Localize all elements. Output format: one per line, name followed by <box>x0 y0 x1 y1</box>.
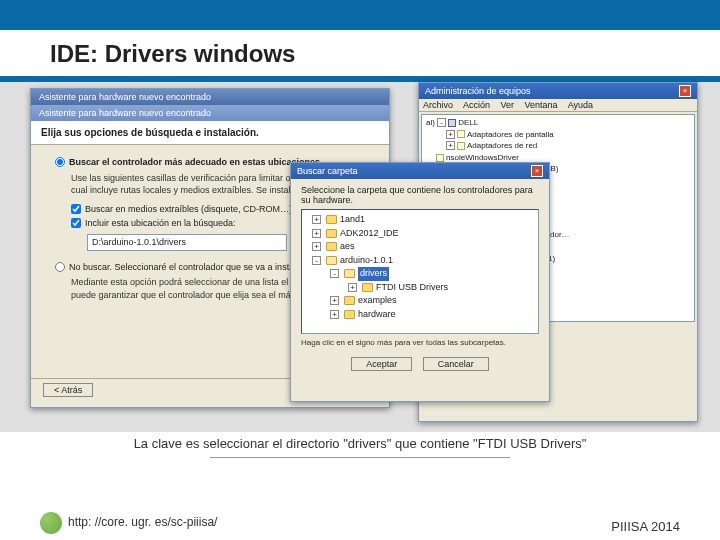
folder-drivers: -drivers <box>306 267 534 281</box>
menu-ayuda[interactable]: Ayuda <box>568 100 593 110</box>
browse-hint: Haga clic en el signo más para ver todas… <box>301 338 539 347</box>
wizard-title-a: Asistente para hardware nuevo encontrado <box>31 89 389 105</box>
cancel-button[interactable]: Cancelar <box>423 357 489 371</box>
menu-accion[interactable]: Acción <box>463 100 490 110</box>
menu-ver[interactable]: Ver <box>501 100 515 110</box>
mmc-menu[interactable]: Archivo Acción Ver Ventana Ayuda <box>419 99 697 112</box>
menu-ventana[interactable]: Ventana <box>525 100 558 110</box>
mmc-titlebar[interactable]: Administración de equipos × <box>419 83 697 99</box>
wizard-title-b[interactable]: Asistente para hardware nuevo encontrado <box>31 105 389 121</box>
folder-ftdi: +FTDI USB Drivers <box>306 281 534 295</box>
footer-right: PIIISA 2014 <box>611 519 680 534</box>
menu-archivo[interactable]: Archivo <box>423 100 453 110</box>
browse-folder-dialog: Buscar carpeta × Seleccione la carpeta q… <box>290 162 550 402</box>
slide-caption: La clave es seleccionar el directorio "d… <box>0 436 720 451</box>
folder-tree[interactable]: +1and1 +ADK2012_IDE +aes -arduino-1.0.1 … <box>301 209 539 334</box>
path-input[interactable]: D:\arduino-1.0.1\drivers <box>87 234 287 251</box>
browse-titlebar[interactable]: Buscar carpeta × <box>291 163 549 179</box>
browse-prompt: Seleccione la carpeta que contiene los c… <box>301 185 539 205</box>
browse-title: Buscar carpeta <box>297 166 358 176</box>
close-icon[interactable]: × <box>531 165 543 177</box>
wizard-heading: Elija sus opciones de búsqueda e instala… <box>41 127 259 138</box>
mmc-title-text: Administración de equipos <box>425 86 531 96</box>
back-button[interactable]: < Atrás <box>43 383 93 397</box>
logo-icon <box>40 512 62 534</box>
ok-button[interactable]: Aceptar <box>351 357 412 371</box>
footer-url: http: //core. ugr. es/sc-piiisa/ <box>68 515 217 529</box>
slide-title: IDE: Drivers windows <box>0 30 720 76</box>
close-icon[interactable]: × <box>679 85 691 97</box>
